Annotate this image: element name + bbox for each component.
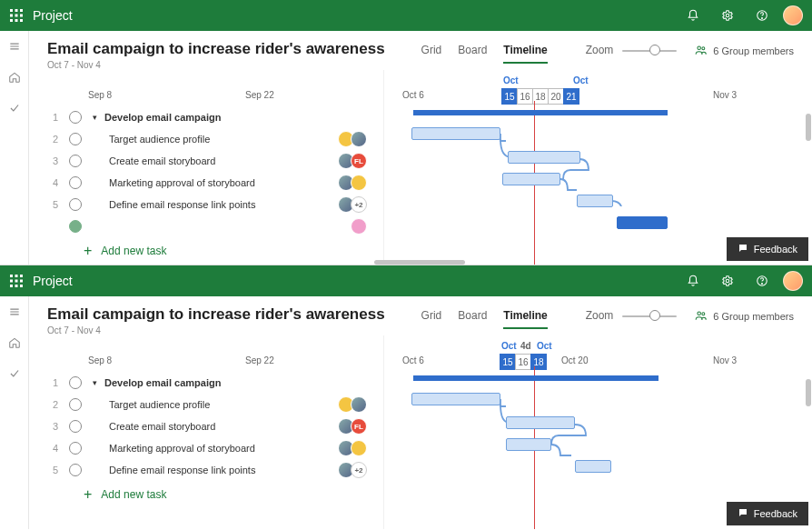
task-name: Develop email campaign: [104, 377, 221, 388]
complete-toggle[interactable]: [69, 133, 82, 145]
zoom-slider[interactable]: [622, 45, 677, 55]
complete-toggle[interactable]: [69, 464, 82, 476]
check-icon[interactable]: [8, 367, 21, 384]
svg-rect-16: [20, 275, 23, 277]
task-row[interactable]: 2 Target audience profile: [47, 128, 383, 150]
members-button[interactable]: 6 Group members: [695, 40, 794, 58]
settings-icon[interactable]: [719, 273, 736, 289]
task-row[interactable]: 4 Marketing approval of storyboard: [47, 172, 383, 194]
user-avatar[interactable]: [783, 5, 803, 25]
svg-rect-15: [15, 275, 18, 277]
complete-toggle[interactable]: [69, 220, 82, 233]
task-name: Target audience profile: [109, 134, 210, 145]
chevron-down-icon[interactable]: ▾: [93, 113, 97, 122]
task-row-summary[interactable]: 1 ▾ Develop email campaign: [47, 372, 383, 394]
app-launcher-icon[interactable]: [9, 274, 24, 288]
gantt-bar-summary[interactable]: [413, 375, 659, 381]
members-label: 6 Group members: [713, 311, 794, 322]
chevron-down-icon[interactable]: ▾: [93, 378, 97, 387]
menu-icon[interactable]: [8, 305, 21, 322]
complete-toggle[interactable]: [69, 176, 82, 189]
gantt-bar[interactable]: [506, 438, 551, 451]
user-avatar[interactable]: [783, 271, 803, 291]
complete-toggle[interactable]: [69, 155, 82, 167]
add-task-button[interactable]: + Add new task: [84, 243, 383, 259]
gantt-bar[interactable]: [575, 460, 611, 473]
members-button[interactable]: 6 Group members: [695, 305, 794, 324]
home-icon[interactable]: [8, 336, 21, 353]
svg-point-13: [702, 47, 705, 50]
svg-rect-6: [10, 19, 13, 22]
assignees[interactable]: [354, 218, 367, 235]
complete-toggle[interactable]: [69, 442, 82, 455]
help-icon[interactable]: [754, 273, 770, 289]
task-row[interactable]: 3 Create email storyboard FL: [47, 150, 383, 172]
tab-timeline[interactable]: Timeline: [503, 309, 547, 329]
gantt-bar[interactable]: [411, 127, 500, 140]
titlebar: Project: [0, 265, 812, 296]
assignees[interactable]: [342, 131, 367, 147]
task-row-summary[interactable]: 1 ▾ Develop email campaign: [47, 106, 383, 128]
gantt-bar-summary[interactable]: [413, 110, 668, 115]
task-row[interactable]: 2 Target audience profile: [47, 394, 383, 415]
gantt-bar[interactable]: [411, 393, 500, 405]
settings-icon[interactable]: [719, 7, 736, 24]
feedback-button[interactable]: Feedback: [727, 237, 808, 261]
complete-toggle[interactable]: [69, 198, 82, 211]
task-row[interactable]: 4 Marketing approval of storyboard: [47, 437, 383, 459]
left-rail: [0, 296, 29, 529]
timeline-area[interactable]: Oct 6 Nov 3 Oct Oct 15 16 18 20 21: [383, 70, 812, 265]
zoom-label: Zoom: [586, 309, 614, 322]
task-row[interactable]: 3 Create email storyboard FL: [47, 415, 383, 437]
app-launcher-icon[interactable]: [9, 8, 24, 23]
timeline-area[interactable]: Oct 6 Oct 20 Nov 3 Oct 4d Oct 15 16 18: [383, 335, 812, 529]
assignees[interactable]: [342, 396, 367, 413]
chat-icon: [738, 507, 748, 520]
add-task-button[interactable]: + Add new task: [84, 486, 383, 503]
gantt-bar[interactable]: [617, 216, 668, 229]
complete-toggle[interactable]: [69, 376, 82, 389]
gantt-bar[interactable]: [577, 195, 613, 207]
gantt-bar[interactable]: [506, 416, 575, 429]
tab-grid[interactable]: Grid: [421, 309, 442, 329]
svg-point-12: [698, 46, 701, 50]
svg-rect-22: [20, 285, 23, 287]
svg-point-26: [698, 312, 701, 315]
notifications-icon[interactable]: [685, 7, 701, 24]
svg-point-25: [762, 283, 763, 284]
gantt-bar[interactable]: [508, 151, 580, 164]
assignees[interactable]: FL: [342, 418, 367, 435]
assignees[interactable]: [342, 175, 367, 191]
project-dates: Oct 7 - Nov 4: [47, 60, 385, 70]
zoom-slider[interactable]: [622, 310, 677, 321]
check-icon[interactable]: [8, 102, 21, 118]
help-icon[interactable]: [754, 7, 770, 24]
home-icon[interactable]: [8, 71, 21, 87]
tab-board[interactable]: Board: [458, 44, 487, 64]
svg-rect-19: [20, 280, 23, 283]
task-row[interactable]: 5 Define email response link points +2: [47, 194, 383, 215]
project-title: Email campaign to increase rider's aware…: [47, 40, 385, 58]
app-title: Project: [33, 8, 73, 23]
assignees[interactable]: +2: [342, 462, 367, 478]
tab-board[interactable]: Board: [458, 309, 487, 329]
assignees[interactable]: +2: [342, 196, 367, 213]
tab-timeline[interactable]: Timeline: [503, 44, 547, 64]
project-dates: Oct 7 - Nov 4: [47, 325, 385, 335]
feedback-button[interactable]: Feedback: [727, 502, 808, 525]
assignees[interactable]: FL: [342, 153, 367, 169]
grid-date-sep22: Sep 22: [245, 90, 274, 100]
tl-date-nov3: Nov 3: [713, 355, 737, 365]
notifications-icon[interactable]: [685, 273, 701, 289]
complete-toggle[interactable]: [69, 398, 82, 411]
tab-grid[interactable]: Grid: [421, 44, 442, 64]
project-header: Email campaign to increase rider's aware…: [29, 31, 812, 70]
menu-icon[interactable]: [8, 40, 21, 56]
task-row[interactable]: 5 Define email response link points +2: [47, 459, 383, 481]
assignees[interactable]: [342, 440, 367, 456]
gantt-bar[interactable]: [502, 173, 560, 185]
complete-toggle[interactable]: [69, 420, 82, 433]
complete-toggle[interactable]: [69, 111, 82, 124]
project-title: Email campaign to increase rider's aware…: [47, 305, 385, 324]
task-row[interactable]: [47, 215, 383, 237]
